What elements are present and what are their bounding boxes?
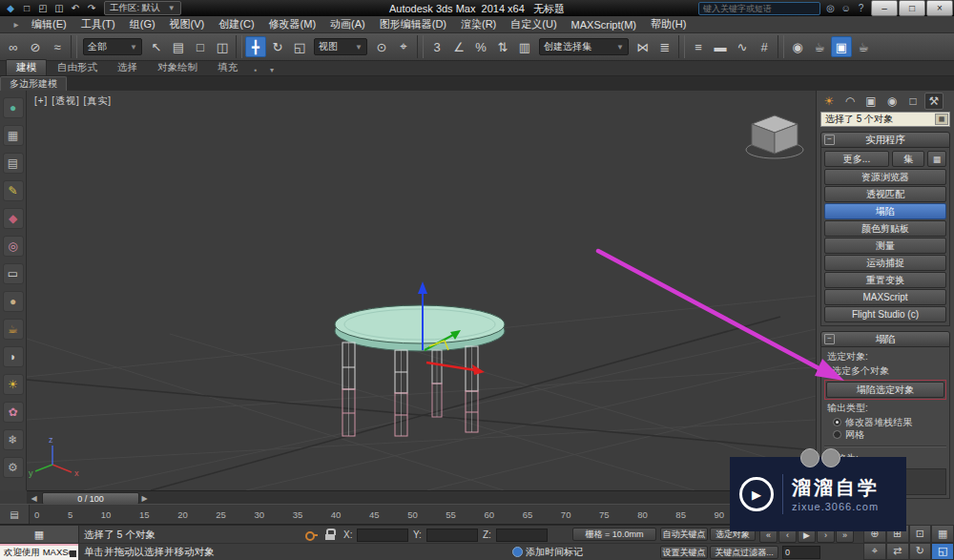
toolbar-separator[interactable] bbox=[236, 35, 242, 58]
orbit-viewport-icon[interactable]: ↻ bbox=[909, 543, 932, 560]
select-and-link-icon[interactable]: ∞ bbox=[3, 36, 24, 57]
redo-icon[interactable]: ↷ bbox=[84, 2, 99, 15]
utility-button[interactable]: Flight Studio (c) bbox=[824, 306, 946, 322]
torus-tool-icon[interactable]: ◎ bbox=[3, 236, 24, 257]
output-type-radio[interactable]: 修改器堆栈结果 bbox=[824, 416, 946, 428]
select-and-manipulate-icon[interactable]: ⌖ bbox=[393, 36, 414, 57]
mirror-icon[interactable]: ⋈ bbox=[633, 36, 653, 57]
window-crossing-icon[interactable]: ◫ bbox=[212, 36, 233, 57]
menu-item[interactable]: 修改器(M) bbox=[262, 16, 323, 32]
select-by-name-icon[interactable]: ▤ bbox=[168, 36, 189, 57]
arc-tool-icon[interactable]: ◗ bbox=[3, 346, 24, 367]
previous-frame-arrow-icon[interactable]: ◀ bbox=[29, 492, 39, 504]
current-frame-field[interactable] bbox=[782, 546, 820, 559]
select-and-rotate-icon[interactable]: ↻ bbox=[267, 36, 288, 57]
zoom-extents-all-icon[interactable]: ▦ bbox=[931, 525, 954, 543]
menu-item[interactable]: 工具(T) bbox=[74, 16, 122, 32]
use-pivot-center-icon[interactable]: ⊙ bbox=[371, 36, 392, 57]
auto-key-button[interactable]: 自动关键点 bbox=[660, 528, 708, 541]
selection-info-field[interactable]: 选择了 5 个对象 ▦ bbox=[820, 112, 950, 127]
create-tab-icon[interactable]: ☀ bbox=[819, 93, 839, 110]
collapse-rollout-icon[interactable]: − bbox=[824, 135, 835, 145]
utilities-tab-icon[interactable]: ⚒ bbox=[924, 93, 944, 110]
menu-item[interactable]: 动画(A) bbox=[323, 16, 372, 32]
menu-item[interactable]: 渲染(R) bbox=[454, 16, 503, 32]
undo-icon[interactable]: ↶ bbox=[68, 2, 83, 15]
snowflake-tool-icon[interactable]: ❄ bbox=[3, 429, 24, 450]
ribbon-tab[interactable]: 建模 bbox=[6, 59, 47, 75]
sphere-tool-icon[interactable]: ● bbox=[3, 97, 24, 118]
track-bar[interactable]: ▤ 05101520253035404550556065707580859095… bbox=[0, 504, 816, 525]
maximize-button[interactable]: □ bbox=[899, 0, 925, 16]
grid-setting-button[interactable]: 栅格 = 10.0mm bbox=[572, 528, 656, 541]
curve-editor-icon[interactable]: ∿ bbox=[732, 36, 753, 57]
bind-to-space-warp-icon[interactable]: ≈ bbox=[47, 36, 68, 57]
select-and-move-icon[interactable]: ╋ bbox=[245, 36, 266, 57]
polygon-modeling-panel-tab[interactable]: 多边形建模 bbox=[0, 76, 67, 91]
minimize-button[interactable]: – bbox=[871, 0, 898, 16]
ribbon-tab[interactable]: 选择 bbox=[108, 60, 147, 75]
app-logo-icon[interactable]: ◆ bbox=[3, 2, 18, 15]
menu-item[interactable]: 创建(C) bbox=[212, 16, 260, 32]
next-frame-arrow-icon[interactable]: ▶ bbox=[139, 492, 150, 504]
flower-tool-icon[interactable]: ✿ bbox=[3, 402, 24, 423]
collapse-rollout-icon[interactable]: − bbox=[824, 334, 835, 344]
key-filters-button[interactable]: 关键点过滤器... bbox=[710, 546, 778, 559]
angle-snap-icon[interactable]: ∠ bbox=[448, 36, 469, 57]
help-icon[interactable]: ? bbox=[854, 2, 868, 15]
display-tab-icon[interactable]: □ bbox=[903, 93, 923, 110]
rectangle-tool-icon[interactable]: ▭ bbox=[3, 263, 24, 284]
align-icon[interactable]: ≣ bbox=[654, 36, 675, 57]
modify-tab-icon[interactable]: ◠ bbox=[840, 93, 860, 110]
mini-curve-editor-button[interactable]: ▤ bbox=[0, 505, 30, 524]
render-setup-icon[interactable]: ☕ bbox=[809, 36, 830, 57]
save-file-icon[interactable]: ◫ bbox=[52, 2, 67, 15]
gear-tool-icon[interactable]: ⚙ bbox=[3, 457, 24, 478]
lattice-tool-icon[interactable]: ▤ bbox=[3, 153, 24, 174]
teapot-tool-icon[interactable]: ☕ bbox=[3, 319, 24, 340]
select-and-scale-icon[interactable]: ◱ bbox=[289, 36, 310, 57]
maximize-viewport-toggle-icon[interactable]: ◱ bbox=[931, 543, 954, 560]
open-file-icon[interactable]: ◰ bbox=[35, 2, 51, 15]
maxscript-mini-listener[interactable]: 欢迎使用 MAXSc bbox=[0, 544, 78, 560]
grid-tool-icon[interactable]: ▦ bbox=[3, 125, 24, 146]
layer-manager-icon[interactable]: ≡ bbox=[688, 36, 709, 57]
more-utilities-button[interactable]: 更多... bbox=[824, 151, 889, 167]
menu-item[interactable]: 视图(V) bbox=[163, 16, 212, 32]
y-coordinate-field[interactable] bbox=[426, 529, 478, 542]
percent-snap-icon[interactable]: % bbox=[470, 36, 491, 57]
search-input[interactable] bbox=[698, 2, 820, 15]
z-coordinate-field[interactable] bbox=[496, 529, 548, 542]
sign-in-icon[interactable]: ☺ bbox=[839, 2, 853, 15]
named-selection-dropdown[interactable]: 创建选择集 ▼ bbox=[539, 38, 629, 55]
workspace-dropdown[interactable]: 工作区: 默认 ▼ bbox=[104, 1, 181, 15]
utility-button[interactable]: 重置变换 bbox=[824, 272, 946, 288]
utility-button[interactable]: 颜色剪贴板 bbox=[824, 220, 946, 237]
reference-coordinate-dropdown[interactable]: 视图 ▼ bbox=[314, 38, 367, 55]
close-button[interactable]: × bbox=[926, 0, 953, 16]
toolbar-separator[interactable] bbox=[778, 35, 784, 58]
perspective-viewport[interactable]: [+] [透视] [真实] bbox=[27, 91, 816, 490]
set-key-button[interactable]: 设置关键点 bbox=[660, 546, 708, 559]
toolbar-separator[interactable] bbox=[71, 35, 77, 58]
utilities-rollout-header[interactable]: − 实用程序 bbox=[820, 132, 950, 148]
cross-tool-icon[interactable]: ◆ bbox=[3, 208, 24, 229]
menu-item[interactable]: 图形编辑器(D) bbox=[373, 16, 453, 32]
ribbon-tab[interactable]: 自由形式 bbox=[48, 60, 107, 75]
sun-tool-icon[interactable]: ☀ bbox=[3, 374, 24, 395]
rectangular-selection-region-icon[interactable]: □ bbox=[190, 36, 211, 57]
ribbon-tab[interactable]: 对象绘制 bbox=[148, 60, 207, 75]
menu-item[interactable]: MAXScript(M) bbox=[565, 18, 643, 31]
hierarchy-tab-icon[interactable]: ▣ bbox=[861, 93, 881, 110]
blob-tool-icon[interactable]: ● bbox=[3, 291, 24, 312]
utility-button[interactable]: MAXScript bbox=[824, 289, 946, 305]
select-object-icon[interactable]: ↖ bbox=[146, 36, 167, 57]
graphite-ribbon-toggle-icon[interactable]: ▬ bbox=[710, 36, 731, 57]
new-scene-icon[interactable]: □ bbox=[19, 2, 34, 15]
collapse-rollout-header[interactable]: − 塌陷 bbox=[820, 331, 950, 347]
communication-center-icon[interactable]: ◎ bbox=[823, 2, 838, 15]
menu-item[interactable]: 自定义(U) bbox=[504, 16, 563, 32]
motion-tab-icon[interactable]: ◉ bbox=[882, 93, 902, 110]
selection-lock-mini-icon[interactable]: ▦ bbox=[935, 114, 948, 125]
utility-button[interactable]: 塌陷 bbox=[824, 203, 946, 219]
